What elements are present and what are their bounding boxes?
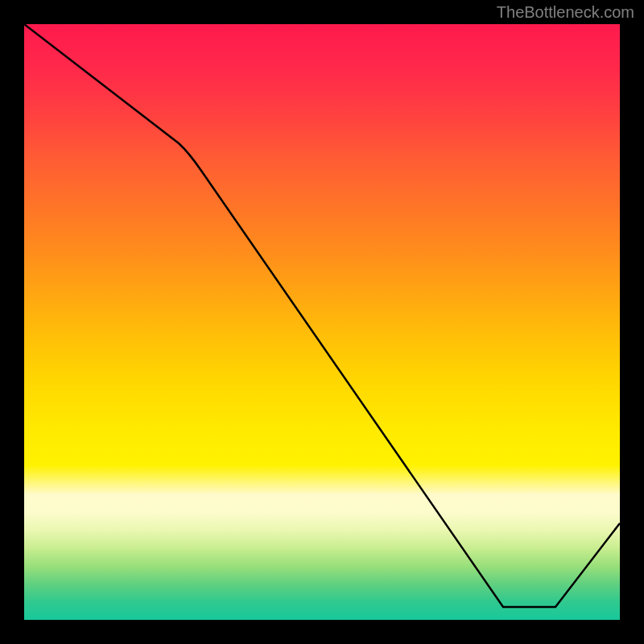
chart-plot-area xyxy=(24,24,620,620)
chart-line xyxy=(24,24,620,620)
attribution-text: TheBottleneck.com xyxy=(497,3,634,22)
